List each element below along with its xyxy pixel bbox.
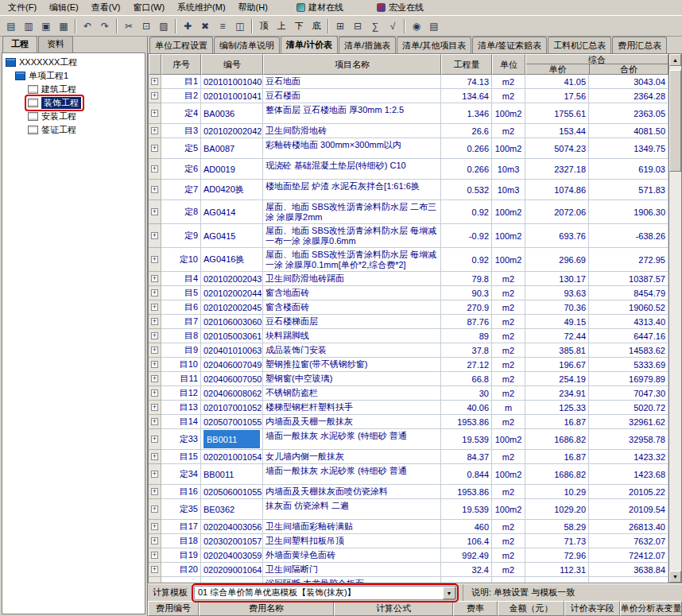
plus-icon[interactable]: + [151,208,158,215]
plus-icon[interactable]: + [151,256,158,263]
row-expand-icon[interactable]: + [149,138,161,159]
tab-清单/签证索赔表[interactable]: 清单/签证索赔表 [472,37,547,53]
table-row[interactable]: +目14020507001055内墙面及天棚一般抹灰1953.86m216.87… [149,415,668,429]
table-row[interactable]: +定33BB0011墙面一般抹灰 水泥砂浆 (特细砂 普通19.539100m2… [149,429,668,450]
paste-button[interactable]: ▨ [155,17,172,35]
plus-icon[interactable]: + [151,453,158,460]
row-expand-icon[interactable]: + [149,224,161,248]
cell-code[interactable]: BB0011 [201,429,263,450]
row-expand-icon[interactable]: + [149,563,161,577]
cell-code[interactable]: 020201001054 [201,450,263,464]
row-expand-icon[interactable]: + [149,180,161,200]
cell-code[interactable]: AD0420换 [201,180,263,200]
plus-icon[interactable]: + [151,552,158,559]
tab-费用汇总表[interactable]: 费用汇总表 [612,37,667,53]
row-expand-icon[interactable]: + [149,464,161,485]
cell-code[interactable]: BA0036 [201,103,263,124]
table-row[interactable]: +目4020102002043卫生间防滑地砖踢面79.8m2130.171038… [149,272,668,286]
cell-code[interactable]: 020106003060 [201,315,263,329]
save-all-button[interactable]: ▦ [55,17,72,35]
cell-code[interactable]: 020204003056 [201,520,263,534]
fee-header-单价分析表变量[interactable]: 单价分析表变量 [620,601,682,616]
tab-工料机汇总表[interactable]: 工料机汇总表 [548,37,611,53]
plus-icon[interactable]: + [151,436,158,443]
table-row[interactable]: +目3020102002042卫生间防滑地砖26.6m2153.444081.5… [149,124,668,138]
cell-code[interactable]: 020102002044 [201,286,263,300]
cell-code[interactable]: 020204003059 [201,548,263,563]
plus-icon[interactable]: + [151,418,158,425]
table-row[interactable]: +目2020101001041豆石楼面134.64m217.562364.28 [149,89,668,103]
tree-node-安装工程[interactable]: 安装工程 [2,110,145,123]
delete-row-button[interactable]: ✖ [196,17,214,35]
cell-code[interactable]: 020209001064 [201,563,263,577]
cell-code[interactable]: AG0416换 [201,248,263,272]
cell-code[interactable]: 020102002042 [201,124,263,138]
tab-清单/其他项目表[interactable]: 清单/其他项目表 [397,37,471,53]
plus-icon[interactable]: + [151,318,158,325]
row-expand-icon[interactable]: + [149,329,161,343]
cell-code[interactable]: AG0414 [201,200,263,224]
row-expand-icon[interactable]: + [149,300,161,315]
table-row[interactable]: +目16020506001055内墙面及天棚抹灰面喷仿瓷涂料1953.86m21… [149,485,668,499]
row-expand-icon[interactable]: + [149,124,161,138]
plus-icon[interactable]: + [151,347,158,354]
undo-button[interactable]: ↶ [79,17,96,35]
row-expand-icon[interactable]: + [149,534,161,548]
plus-icon[interactable]: + [151,389,158,397]
table-row[interactable]: +定10AG0416换屋面、地面 SBS改性沥青涂料防水层 每增减一涂 涂膜厚0… [149,248,668,272]
plus-icon[interactable]: + [151,289,158,296]
plus-icon[interactable]: + [151,471,158,478]
save-button[interactable]: ▣ [37,17,55,35]
row-expand-icon[interactable]: + [149,429,161,450]
move-up-button[interactable]: 上 [273,17,290,35]
plus-icon[interactable]: + [151,488,158,495]
table-row[interactable]: +目5020102002044窗含地面砖90.3m293.638454.79 [149,286,668,300]
cell-code[interactable]: 020105003061 [201,329,263,343]
table-row[interactable]: +定8AG0414屋面、地面 SBS改性沥青涂料防水层 二布三涂 涂膜厚2mm0… [149,200,668,224]
table-row[interactable]: +定4BA0036整体面层 豆石楼地面 厚30mm 1:2.51.346100m… [149,103,668,124]
jiancai-online-button[interactable]: 建材在线 [292,1,348,14]
cell-code[interactable]: 020302001057 [201,534,263,548]
cell-code[interactable]: 020101001040 [201,75,263,89]
plus-icon[interactable]: + [151,566,158,573]
cell-code[interactable]: 020107001052 [201,401,263,415]
tab-清单/措施表[interactable]: 清单/措施表 [339,37,396,53]
table-row[interactable]: +目1020101001040豆石地面74.13m241.053043.04 [149,75,668,89]
sum-button[interactable]: ∑ [366,17,384,35]
print-preview-button[interactable]: ◉ [408,17,425,35]
scroll-up-icon[interactable]: ▲ [669,54,681,66]
cut-button[interactable]: ✂ [120,17,138,35]
vertical-scrollbar[interactable]: ▲ ▼ [668,54,681,583]
plus-icon[interactable]: + [151,537,158,544]
plus-icon[interactable]: + [151,92,158,99]
goto-bottom-button[interactable]: 底 [308,17,325,35]
table-row[interactable]: +定9AG0415屋面、地面 SBS改性沥青涂料防水层 每增减一布一涂 涂膜厚0… [149,224,668,248]
goto-top-button[interactable]: 顶 [255,17,273,35]
plus-icon[interactable]: + [151,361,158,368]
table-row[interactable]: +目15020201001054女儿墙内侧一般抹灰84.37m216.87142… [149,450,668,464]
row-expand-icon[interactable]: + [149,248,161,272]
menu-item[interactable]: 帮助(H) [232,0,274,16]
expand-all-button[interactable]: ⊞ [331,17,349,35]
cell-code[interactable]: 020507001055 [201,415,263,429]
print-button[interactable]: ▤ [425,17,443,35]
table-row[interactable]: +目11020406007050塑钢窗(中空玻璃)66.8m2254.19169… [149,372,668,386]
row-expand-icon[interactable]: + [149,75,161,89]
row-expand-icon[interactable]: + [149,286,161,300]
scroll-down-icon[interactable]: ▼ [669,571,681,583]
cell-code[interactable]: 020506001055 [201,485,263,499]
row-expand-icon[interactable]: + [149,200,161,224]
lock-button[interactable]: ◫ [231,17,249,35]
row-expand-icon[interactable]: + [149,386,161,401]
table-row[interactable]: +目20020209001064卫生间隔断门32.4m2112.313638.8… [149,563,668,577]
row-expand-icon[interactable]: + [149,372,161,386]
table-row[interactable]: +目17020204003056卫生间墙面彩釉砖满贴460m258.292681… [149,520,668,534]
plus-icon[interactable]: + [151,232,158,239]
menu-item[interactable]: 编辑(E) [43,0,85,16]
row-expand-icon[interactable]: + [149,520,161,534]
row-expand-icon[interactable]: + [149,358,161,372]
plus-icon[interactable]: + [151,78,158,85]
plus-icon[interactable]: + [151,127,158,134]
table-row[interactable]: +目10020406007049塑钢推拉窗(带不锈钢纱窗)27.12m2196.… [149,358,668,372]
plus-icon[interactable]: + [151,332,158,339]
